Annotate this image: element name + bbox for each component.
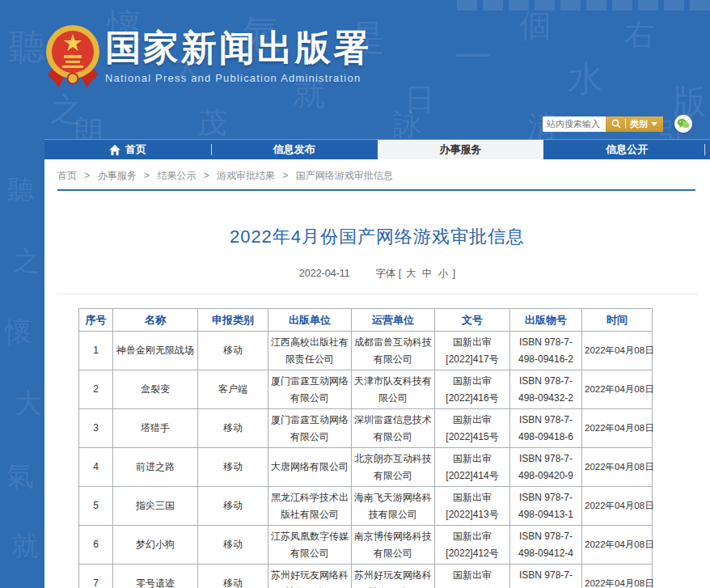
cell-category: 移动 [198, 487, 268, 526]
cell-game-name: 零号遗迹 [113, 565, 198, 588]
cell-approval-number: 国新出审[2022]415号 [435, 409, 510, 448]
national-emblem-logo [44, 21, 101, 89]
table-row: 4 前进之路 移动 大唐网络有限公司 北京朗亦互动科技有限公司 国新出审[202… [79, 448, 653, 487]
table-header-cell: 名称 [113, 309, 198, 332]
meta-divider [57, 294, 697, 294]
approval-table: 序号名称申报类别出版单位运营单位文号出版物号时间 1 神兽金刚无限战场 移动 江… [78, 308, 653, 588]
cell-category: 移动 [198, 448, 268, 487]
breadcrumb-separator: > [204, 170, 209, 181]
breadcrumb-separator: > [84, 170, 90, 181]
cell-index: 5 [79, 487, 113, 526]
cell-approval-number: 国新出审[2022]417号 [435, 332, 510, 370]
cell-isbn: ISBN 978-7-498-09432-2 [510, 370, 582, 409]
cell-category: 客户端 [198, 370, 268, 409]
nav-item-services[interactable]: 办事服务 [378, 140, 544, 159]
cell-game-name: 塔猎手 [113, 409, 198, 448]
cell-index: 7 [79, 565, 113, 588]
cell-date: 2022年04月08日 [582, 409, 653, 448]
cell-category: 移动 [198, 332, 268, 370]
breadcrumb: 首页 > 办事服务 > 结果公示 > 游戏审批结果 > 国产网络游戏审批信息 [56, 167, 699, 189]
cell-operator: 南京博传网络科技有限公司 [352, 526, 435, 565]
cell-game-name: 前进之路 [113, 448, 198, 487]
table-row: 7 零号遗迹 移动 苏州好玩友网络科技有限公司 苏州好玩友网络科技有限公司 国新… [79, 565, 653, 588]
cell-isbn: ISBN 978-7-498-09412-4 [510, 526, 582, 565]
table-header-cell: 序号 [79, 309, 113, 332]
table-header-cell: 出版物号 [510, 309, 582, 332]
cell-operator: 海南飞天游网络科技有限公司 [352, 487, 435, 526]
cell-publisher: 苏州好玩友网络科技有限公司 [268, 565, 352, 588]
cell-index: 3 [79, 409, 113, 448]
nav-label: 信息发布 [273, 142, 315, 157]
cell-game-name: 盒裂变 [113, 370, 198, 409]
search-divider [625, 119, 626, 129]
cell-approval-number: 国新出审[2022]416号 [435, 370, 510, 409]
table-header-cell: 文号 [435, 309, 510, 332]
breadcrumb-game-approvals[interactable]: 游戏审批结果 [217, 170, 275, 181]
cell-publisher: 大唐网络有限公司 [268, 448, 352, 487]
cell-isbn: ISBN 978-7-498-09411-7 [510, 565, 582, 588]
cell-publisher: 江苏凤凰数字传媒有限公司 [268, 526, 352, 565]
cell-category: 移动 [198, 409, 268, 448]
font-size-small[interactable]: 小 [438, 268, 449, 279]
cell-date: 2022年04月08日 [582, 487, 653, 526]
table-header-cell: 时间 [582, 309, 653, 332]
breadcrumb-divider [57, 189, 695, 191]
search-toolbar: 类别 [606, 116, 663, 132]
cell-date: 2022年04月08日 [582, 332, 653, 370]
cell-date: 2022年04月08日 [582, 370, 653, 409]
site-title: 国家新闻出版署 [105, 27, 371, 69]
table-header-cell: 申报类别 [198, 309, 268, 332]
cell-operator: 天津市队友科技有限公司 [352, 370, 435, 409]
breadcrumb-separator: > [282, 170, 288, 181]
cell-isbn: ISBN 978-7-498-09416-2 [510, 332, 582, 370]
category-label: 类别 [630, 118, 648, 130]
bracket-close: ] [453, 268, 455, 279]
breadcrumb-current-page[interactable]: 国产网络游戏审批信息 [296, 170, 393, 181]
table-row: 2 盒裂变 客户端 厦门雷霆互动网络有限公司 天津市队友科技有限公司 国新出审[… [79, 370, 653, 409]
nav-separator [211, 144, 212, 155]
category-dropdown[interactable]: 类别 [630, 118, 657, 130]
wechat-icon[interactable] [674, 115, 692, 133]
cell-date: 2022年04月08日 [582, 565, 653, 588]
font-size-medium[interactable]: 中 [422, 268, 433, 279]
content-panel: 首页 > 办事服务 > 结果公示 > 游戏审批结果 > 国产网络游戏审批信息 2… [44, 159, 710, 588]
home-icon [109, 145, 120, 155]
page-title: 2022年4月份国产网络游戏审批信息 [56, 225, 699, 249]
cell-category: 移动 [198, 526, 268, 565]
font-size-large[interactable]: 大 [406, 268, 416, 279]
breadcrumb-services[interactable]: 办事服务 [98, 170, 137, 181]
nav-label: 办事服务 [439, 142, 481, 157]
font-size-control: 字体 [ 大 中 小 ] [375, 268, 455, 279]
table-header-cell: 出版单位 [268, 309, 352, 332]
search-input[interactable] [543, 116, 606, 132]
table-row: 1 神兽金刚无限战场 移动 江西高校出版社有限责任公司 成都雷兽互动科技有限公司… [79, 332, 653, 370]
search-area: 类别 [543, 115, 692, 133]
cell-game-name: 神兽金刚无限战场 [113, 332, 198, 370]
table-row: 5 指尖三国 移动 黑龙江科学技术出版社有限公司 海南飞天游网络科技有限公司 国… [79, 487, 653, 526]
site-branding: 国家新闻出版署 National Press and Publication A… [105, 27, 371, 84]
cell-approval-number: 国新出审[2022]412号 [435, 526, 510, 565]
table-header-row: 序号名称申报类别出版单位运营单位文号出版物号时间 [79, 309, 653, 332]
nav-item-home[interactable]: 首页 [44, 140, 211, 159]
nav-item-info-release[interactable]: 信息发布 [211, 140, 378, 159]
table-header-cell: 运营单位 [352, 309, 435, 332]
article-meta: 2022-04-11 字体 [ 大 中 小 ] [56, 267, 699, 281]
cell-publisher: 江西高校出版社有限责任公司 [268, 332, 352, 370]
nav-label: 信息公开 [606, 142, 648, 157]
site-header: 国家新闻出版署 National Press and Publication A… [0, 0, 710, 139]
site-subtitle: National Press and Publication Administr… [105, 72, 371, 84]
breadcrumb-home[interactable]: 首页 [57, 170, 77, 181]
cell-approval-number: 国新出审[2022]413号 [435, 487, 510, 526]
main-nav: 首页 信息发布 办事服务 信息公开 [44, 139, 710, 159]
cell-operator: 深圳雷霆信息技术有限公司 [352, 409, 435, 448]
nav-separator [704, 144, 705, 155]
breadcrumb-results[interactable]: 结果公示 [157, 170, 196, 181]
nav-item-info-disclosure[interactable]: 信息公开 [543, 140, 710, 159]
cell-publisher: 厦门雷霆互动网络有限公司 [268, 370, 352, 409]
cell-operator: 北京朗亦互动科技有限公司 [352, 448, 435, 487]
cell-isbn: ISBN 978-7-498-09413-1 [510, 487, 582, 526]
cell-category: 移动 [198, 565, 268, 588]
cell-date: 2022年04月08日 [582, 448, 653, 487]
search-icon[interactable] [611, 119, 621, 129]
national-emblem-icon [44, 21, 101, 89]
